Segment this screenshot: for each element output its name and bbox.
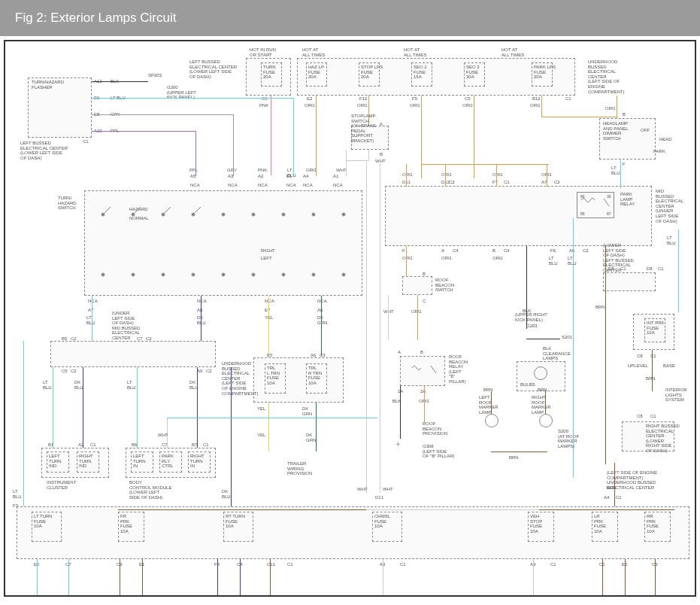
svg-point-17 xyxy=(222,273,225,276)
pin-c4-mid: C4 xyxy=(453,248,459,254)
pin-e8-ll: E8 xyxy=(608,266,614,272)
wire-dkblu-bot2 xyxy=(240,559,241,597)
brn-long: BRN xyxy=(595,305,605,310)
bulbs-label: BULBS xyxy=(520,382,535,388)
left-turn-in-label: LEFT TURN IN xyxy=(133,454,146,469)
seo2-fuse: SEO 2 FUSE 30A xyxy=(464,62,485,87)
svg-point-4 xyxy=(222,213,225,216)
svg-point-19 xyxy=(282,273,285,276)
org-b-out: ORG xyxy=(492,256,503,261)
int-prk-label: INT PRK FUSE 10A xyxy=(647,321,665,336)
right-bussed-label: RIGHT BUSSED ELECTRICAL CENTER (LOWER RI… xyxy=(646,424,680,454)
wire-ltblu-bot2 xyxy=(68,559,69,597)
rr-prk-fuse: RR PRK FUSE 10A xyxy=(644,512,671,542)
nca-a5: NCA xyxy=(190,183,200,188)
turn-fuse-label: TURN FUSE 20A xyxy=(263,65,276,80)
org-a-out: ORG xyxy=(441,256,452,261)
switch-contacts-top xyxy=(95,203,351,226)
wire-org-f7 xyxy=(496,164,497,187)
brn-rrm: BRN xyxy=(538,388,547,393)
circuit-diagram: HOT IN RUN OR START HOT AT ALL TIMES HOT… xyxy=(4,40,696,597)
pin-a1: A1 xyxy=(333,174,338,179)
turn-hazard-switch-label: TURN/ HAZARD SWITCH xyxy=(58,196,77,211)
wire-ppl-h xyxy=(137,131,195,132)
wht-topswitch: WHT xyxy=(336,168,347,173)
base-label: BASE xyxy=(663,363,675,369)
ltblu-out1: LT BLU xyxy=(86,315,95,325)
pin-b-rbs: B xyxy=(423,272,426,277)
pin-c1-up: C1 xyxy=(650,354,656,359)
pin-a8-out: A8 xyxy=(197,308,202,313)
svg-line-10 xyxy=(133,207,141,214)
ltblu-f6: LT BLU xyxy=(549,256,558,266)
wire-pnk-1 xyxy=(271,96,271,175)
pin-b-headlamp: B xyxy=(623,112,626,117)
wire-dkgrn-trailer xyxy=(316,403,317,451)
trl-ltrn-label: TRL L TRN FUSE 10A xyxy=(267,366,280,385)
wire-dkblu-long xyxy=(231,367,232,515)
page-title: Fig 2: Exterior Lamps Circuit xyxy=(15,11,176,25)
lower-left-box xyxy=(603,272,656,291)
org-label-5: ORG xyxy=(530,103,541,108)
nca-a1: NCA xyxy=(333,183,343,188)
lr-prk-fuse: LR PRK FUSE 10A xyxy=(592,512,618,542)
roof-beacon-switch-label: ROOF BEACON SWITCH xyxy=(435,278,454,293)
left-turn-ind: LEFT TURN IND xyxy=(47,451,69,473)
wire-wht-long1 xyxy=(366,162,367,493)
veh-stop-fuse: VEH STOP FUSE 10A xyxy=(528,512,554,542)
pin-c1-bot: C1 xyxy=(616,495,622,500)
org-f7: ORG xyxy=(492,172,503,178)
pin-a4: A4 xyxy=(303,174,308,179)
org-f-out: ORG xyxy=(402,256,413,261)
wire-org-headlamp-v xyxy=(617,96,617,118)
pin-c1-bot3: C1 xyxy=(400,562,406,567)
pin-a6-trl: A6 xyxy=(311,353,316,358)
lt-turn-fuse: LT TURN FUSE 10A xyxy=(32,512,62,542)
pin-d8-ll: D8 xyxy=(647,266,653,272)
pin-a-stop: A xyxy=(380,122,383,127)
wire-yel-out xyxy=(268,296,269,356)
pin-b-rbr: B xyxy=(420,350,423,355)
wire-wht-up xyxy=(368,150,369,160)
wire-ltblu-in xyxy=(293,98,294,176)
headlamp-dimmer-label: HEADLAMP AND PANEL DIMMER SWITCH xyxy=(603,121,629,141)
wire-ppl-in xyxy=(195,131,196,176)
wire-gry-in xyxy=(233,114,234,176)
roof-beacon-relay-label: ROOF BEACON RELAY (LEFT "B" PILLAR) xyxy=(449,354,468,385)
svg-line-9 xyxy=(103,207,111,214)
brn-lrm: BRN xyxy=(483,388,493,393)
under-left-dash-label: (UNDER LEFT SIDE OF DASH) MID BUSSED ELE… xyxy=(112,311,140,341)
fr-prk-fuse: FR PRK FUSE 10A xyxy=(118,512,144,542)
wire-org-rbs2 xyxy=(417,295,418,340)
pin-2a: 2A xyxy=(420,389,426,394)
pin-c5: C5 xyxy=(465,96,471,102)
org-topswitch: ORG xyxy=(306,168,317,173)
underhood-bussed-label: UNDERHOOD BUSSED ELECTRICAL CENTER (LEFT… xyxy=(588,59,624,94)
svg-point-8 xyxy=(342,213,345,216)
fr-prk-label: FR PRK FUSE 10A xyxy=(120,514,132,534)
wht-long1: WHT xyxy=(357,487,368,492)
rr-prk-label: RR PRK FUSE 10A xyxy=(647,514,659,534)
wire-dkblu-out xyxy=(201,296,202,341)
wire-org-5 xyxy=(474,96,474,178)
wire-wht-bot1 xyxy=(383,559,383,597)
hot-all-3-label: HOT AT ALL TIMES xyxy=(502,47,524,57)
pin-b12: B12 xyxy=(532,96,541,102)
nca-out4: NCA xyxy=(317,299,327,304)
off-label: OFF xyxy=(641,128,650,133)
pin-b-mid: B xyxy=(492,248,495,254)
pin-d11-bot: D11 xyxy=(375,495,383,500)
left-engine-comp-label: (LEFT SIDE OF ENGINE COMPARTMENT) UNDERH… xyxy=(607,470,657,490)
pin-85: 85 xyxy=(580,212,585,217)
trailer-wiring-label: TRAILER WIRING PROVISION xyxy=(287,461,312,476)
lr-prk-label: LR PRK FUSE 10A xyxy=(594,514,606,534)
pin-c1-bot2: C1 xyxy=(287,562,293,567)
pin-a-rbr: A xyxy=(398,350,401,355)
svg-point-7 xyxy=(312,213,315,216)
pin-a4-bot: A4 xyxy=(604,495,609,500)
wire-wht-in xyxy=(346,150,347,176)
wire-org-in xyxy=(316,126,317,176)
wire-gry-h xyxy=(137,114,233,115)
wire-wht-rbs xyxy=(388,295,389,340)
pin-86: 86 xyxy=(580,195,585,199)
